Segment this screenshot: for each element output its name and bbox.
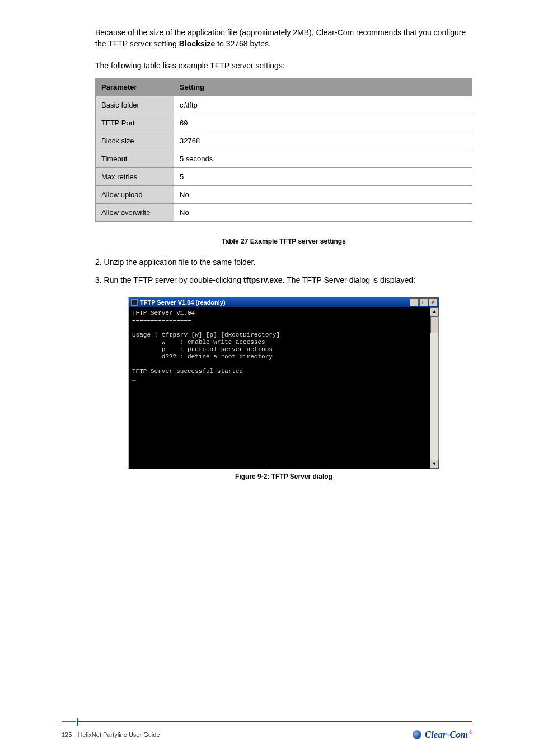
cell-param: Allow upload <box>96 185 174 203</box>
settings-table: Parameter Setting Basic folderc:\tftp TF… <box>95 78 472 222</box>
term-line: TFTP Server V1.04 <box>132 310 195 316</box>
footer-rule-blue <box>78 721 472 722</box>
col-header-setting: Setting <box>174 78 472 96</box>
table-row: TFTP Port69 <box>96 114 472 132</box>
cell-value: 5 <box>174 167 472 185</box>
step-3-file: tftpsrv.exe <box>243 276 283 284</box>
step-3-text-b: . The TFTP Server dialog is displayed: <box>283 276 415 284</box>
scroll-up-button[interactable]: ▲ <box>430 307 439 316</box>
term-line: TFTP Server successful started <box>132 368 243 375</box>
step-3-text-a: 3. Run the TFTP server by double-clickin… <box>95 276 243 284</box>
brand-logo: Clear-Com® <box>413 729 472 740</box>
cell-param: Timeout <box>96 150 174 167</box>
table-row: Block size32768 <box>96 132 472 150</box>
cell-value: c:\tftp <box>174 96 472 114</box>
page-footer: 125 HelixNet Partyline User Guide Clear-… <box>62 718 472 740</box>
cell-value: 32768 <box>174 132 472 150</box>
term-line: d??? : define a root directory <box>132 353 273 360</box>
table-row: Timeout5 seconds <box>96 150 472 167</box>
page-number: 125 <box>62 731 72 738</box>
term-line: ================ <box>132 317 191 324</box>
scroll-down-button[interactable]: ▼ <box>430 460 439 469</box>
minimize-button[interactable]: _ <box>410 298 419 306</box>
step-2: 2. Unzip the application file to the sam… <box>95 256 472 268</box>
close-button[interactable]: × <box>429 298 438 306</box>
cell-param: TFTP Port <box>96 114 174 132</box>
globe-icon <box>413 730 421 739</box>
scroll-thumb[interactable] <box>430 316 438 333</box>
window-titlebar: TFTP Server V1.04 (readonly) _ □ × <box>129 297 439 307</box>
cell-param: Block size <box>96 132 174 150</box>
scroll-track[interactable] <box>430 316 439 460</box>
terminal-output: TFTP Server V1.04 ================ Usage… <box>129 307 430 469</box>
doc-title: HelixNet Partyline User Guide <box>78 731 160 738</box>
paragraph-lead: Because of the size of the application f… <box>95 27 472 50</box>
figure-caption: Figure 9-2: TFTP Server dialog <box>95 473 472 480</box>
step-3: 3. Run the TFTP server by double-clickin… <box>95 274 472 286</box>
table-row: Allow overwriteNo <box>96 203 472 221</box>
table-intro: The following table lists example TFTP s… <box>95 60 472 71</box>
term-cursor: _ <box>132 375 136 382</box>
cell-param: Basic folder <box>96 96 174 114</box>
cell-value: 5 seconds <box>174 150 472 167</box>
maximize-button[interactable]: □ <box>419 298 428 306</box>
col-header-parameter: Parameter <box>96 78 174 96</box>
lead-text-1: Because of the size of the application f… <box>95 28 466 48</box>
brand-name: Clear-Com® <box>425 729 472 740</box>
cell-param: Allow overwrite <box>96 203 174 221</box>
table-row: Max retries5 <box>96 167 472 185</box>
table-caption: Table 27 Example TFTP server settings <box>95 237 472 245</box>
cell-param: Max retries <box>96 167 174 185</box>
cell-value: No <box>174 185 472 203</box>
term-line: p : protocol server actions <box>132 346 273 353</box>
window-title: TFTP Server V1.04 (readonly) <box>140 299 226 306</box>
app-icon <box>131 299 138 306</box>
cell-value: No <box>174 203 472 221</box>
footer-rule-red <box>62 721 76 722</box>
table-row: Basic folderc:\tftp <box>96 96 472 114</box>
term-line: Usage : tftpsrv [w] [p] [dRootDirectory] <box>132 332 280 338</box>
scrollbar[interactable]: ▲ ▼ <box>430 307 439 469</box>
term-line: w : enable write accesses <box>132 339 265 346</box>
table-row: Allow uploadNo <box>96 185 472 203</box>
cell-value: 69 <box>174 114 472 132</box>
terminal-screenshot: TFTP Server V1.04 (readonly) _ □ × TFTP … <box>128 297 439 469</box>
lead-bold: Blocksize <box>179 39 216 48</box>
lead-text-2: to 32768 bytes. <box>215 39 271 48</box>
